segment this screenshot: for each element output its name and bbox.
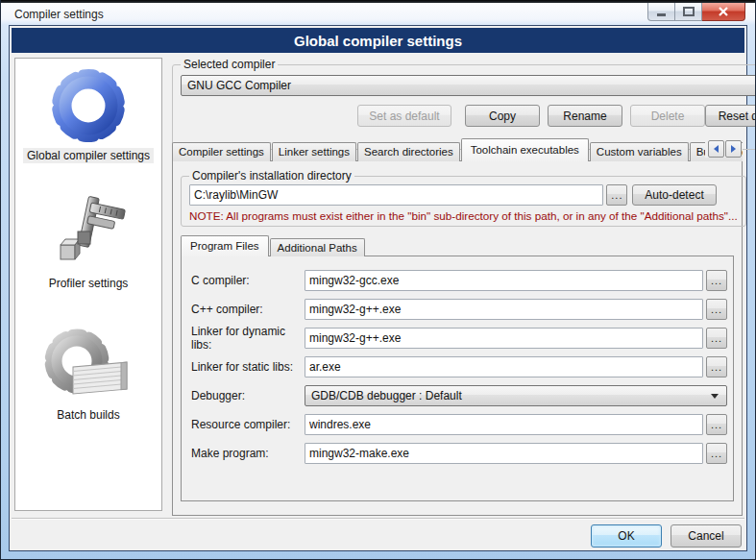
- c-compiler-browse-button[interactable]: ...: [706, 299, 727, 320]
- rename-button[interactable]: Rename: [548, 105, 622, 127]
- tab-scroll-left-button[interactable]: [708, 140, 724, 158]
- field-label: Linker for dynamic libs:: [191, 325, 305, 352]
- tab-linker-settings[interactable]: Linker settings: [272, 142, 356, 161]
- sidebar-item-profiler-settings[interactable]: Profiler settings: [45, 194, 133, 291]
- make-program-browse-button[interactable]: ...: [706, 443, 727, 464]
- settings-tabstrip: Compiler settingsLinker settingsSearch d…: [172, 138, 743, 161]
- right-arrow-icon: [730, 145, 737, 153]
- compiler-actions: Set as defaultCopyRenameDeleteReset defa…: [181, 105, 756, 127]
- linker-for-dynamic-libs-input[interactable]: [305, 328, 703, 349]
- minimize-icon: [657, 8, 667, 16]
- minimize-button[interactable]: [647, 3, 675, 21]
- sidebar-item-label: Global compiler settings: [23, 148, 154, 163]
- field-label: Resource compiler:: [191, 418, 305, 431]
- c-compiler-browse-button[interactable]: ...: [706, 270, 727, 291]
- linker-for-dynamic-libs-browse-button[interactable]: ...: [706, 328, 727, 349]
- tab-scroll-right-button[interactable]: [725, 140, 742, 158]
- program-files-page: C compiler:...C++ compiler:...Linker for…: [181, 256, 734, 501]
- debugger-select-value: GDB/CDB debugger : Default: [311, 389, 462, 402]
- installation-path-row: ... Auto-detect: [189, 184, 738, 206]
- debugger-select[interactable]: GDB/CDB debugger : Default: [305, 385, 727, 406]
- reset-defaults-button[interactable]: Reset defaults: [705, 105, 756, 127]
- dropdown-arrow-icon: [711, 394, 719, 399]
- field-row-make-program: Make program:...: [191, 443, 727, 464]
- installation-directory-group: Compiler's installation directory ... Au…: [181, 169, 746, 227]
- field-label: Linker for static libs:: [191, 360, 305, 374]
- compiler-settings-window: Compiler settings Global compiler settin…: [0, 0, 756, 560]
- dialog-body: Global compiler settings Global compiler…: [9, 25, 747, 551]
- maximize-icon: [683, 7, 695, 16]
- tab-toolchain-executables[interactable]: Toolchain executables: [461, 138, 589, 161]
- linker-for-static-libs-browse-button[interactable]: ...: [706, 356, 727, 377]
- sidebar-item-global-compiler-settings[interactable]: Global compiler settings: [23, 66, 154, 163]
- installation-note: NOTE: All programs must exist either in …: [189, 209, 738, 222]
- installation-path-input[interactable]: [189, 184, 603, 206]
- field-label: C compiler:: [191, 274, 305, 287]
- selected-compiler-legend: Selected compiler: [181, 58, 278, 71]
- ok-button[interactable]: OK: [591, 524, 662, 548]
- installation-path-browse-button[interactable]: ...: [606, 184, 627, 206]
- sidebar-item-label: Batch builds: [53, 407, 123, 423]
- title-bar[interactable]: Compiler settings: [1, 3, 755, 25]
- tab-compiler-settings[interactable]: Compiler settings: [172, 142, 271, 161]
- maximize-button[interactable]: [675, 3, 702, 21]
- caliper-icon: [51, 194, 126, 273]
- gear-stack-icon: [42, 326, 134, 404]
- subtab-program-files[interactable]: Program Files: [181, 235, 269, 256]
- selected-compiler-group: Selected compiler GNU GCC Compiler Set a…: [172, 58, 756, 150]
- subtab-additional-paths[interactable]: Additional Paths: [270, 238, 365, 256]
- field-row-debugger: Debugger:GDB/CDB debugger : Default: [191, 385, 727, 406]
- c-compiler-input[interactable]: [305, 270, 703, 291]
- field-row-resource-compiler: Resource compiler:...: [191, 414, 727, 435]
- close-button[interactable]: [702, 3, 745, 21]
- left-arrow-icon: [713, 145, 719, 153]
- compiler-select[interactable]: GNU GCC Compiler: [181, 75, 756, 96]
- main-panel: Selected compiler GNU GCC Compiler Set a…: [172, 58, 745, 551]
- program-subtabs: Program FilesAdditional Paths: [181, 235, 734, 256]
- make-program-input[interactable]: [305, 443, 703, 464]
- settings-sidebar: Global compiler settingsProfiler setting…: [14, 58, 162, 511]
- gear-blue-icon: [49, 66, 128, 145]
- resource-compiler-input[interactable]: [305, 414, 703, 435]
- field-label: Debugger:: [191, 389, 305, 402]
- tab-scroll-controls: [705, 140, 742, 158]
- field-label: C++ compiler:: [191, 303, 305, 316]
- field-row-linker-for-static-libs: Linker for static libs:...: [191, 356, 727, 377]
- delete-button: Delete: [630, 105, 705, 127]
- installation-directory-legend: Compiler's installation directory: [189, 169, 354, 183]
- window-controls: [647, 3, 745, 21]
- resource-compiler-browse-button[interactable]: ...: [706, 414, 727, 435]
- c-compiler-input[interactable]: [305, 299, 703, 320]
- page-title: Global compiler settings: [12, 28, 744, 53]
- cancel-button[interactable]: Cancel: [671, 524, 742, 548]
- tab-custom-variables[interactable]: Custom variables: [590, 142, 689, 161]
- footer-divider: [12, 518, 744, 520]
- window-title: Compiler settings: [14, 8, 104, 21]
- close-icon: [718, 7, 729, 16]
- linker-for-static-libs-input[interactable]: [305, 356, 703, 377]
- sidebar-item-batch-builds[interactable]: Batch builds: [42, 326, 134, 423]
- field-row-linker-for-dynamic-libs: Linker for dynamic libs:...: [191, 328, 727, 349]
- field-row-c-compiler: C++ compiler:...: [191, 299, 727, 320]
- auto-detect-button[interactable]: Auto-detect: [632, 184, 716, 206]
- field-label: Make program:: [191, 447, 305, 460]
- toolchain-executables-page: Compiler's installation directory ... Au…: [172, 160, 743, 516]
- sidebar-item-label: Profiler settings: [45, 276, 133, 291]
- copy-button[interactable]: Copy: [465, 105, 540, 127]
- field-row-c-compiler: C compiler:...: [191, 270, 727, 291]
- tab-search-directories[interactable]: Search directories: [357, 142, 460, 161]
- set-as-default-button: Set as default: [357, 105, 451, 127]
- compiler-select-value: GNU GCC Compiler: [187, 79, 291, 92]
